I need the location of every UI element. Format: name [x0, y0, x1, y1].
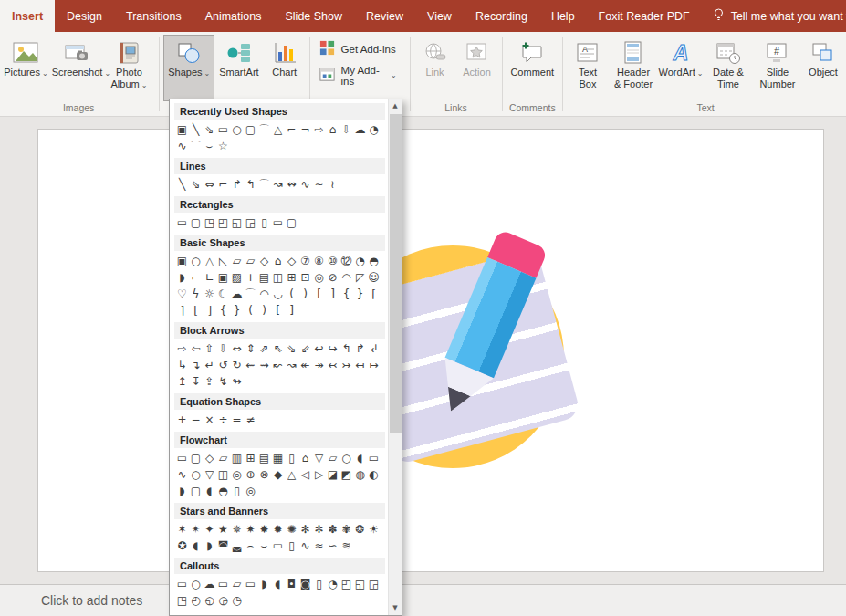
shape-icon[interactable]: ◩ — [339, 466, 353, 483]
shape-icon[interactable]: ⌉ — [175, 302, 189, 318]
shape-icon[interactable]: ⌊ — [189, 302, 203, 318]
shape-icon[interactable]: ↲ — [367, 340, 381, 357]
shape-icon[interactable]: ⌒ — [257, 121, 271, 138]
shape-icon[interactable]: ⇙ — [298, 340, 312, 357]
notes-pane[interactable]: Click to add notes — [0, 584, 846, 616]
shape-icon[interactable]: ◺ — [216, 253, 230, 269]
shape-icon[interactable]: ◱ — [353, 576, 367, 592]
tab-review[interactable]: Review — [354, 0, 415, 32]
shape-icon[interactable]: ✼ — [312, 521, 326, 538]
shape-icon[interactable]: ≋ — [339, 538, 353, 554]
shape-icon[interactable]: ✶ — [175, 521, 189, 538]
my-addins-button[interactable]: My Add-ins ⌄ — [316, 64, 404, 87]
shape-icon[interactable]: ◫ — [216, 466, 230, 483]
shape-icon[interactable]: ○ — [230, 121, 244, 138]
shape-icon[interactable]: ↳ — [175, 357, 189, 373]
tab-slide-show[interactable]: Slide Show — [273, 0, 354, 32]
shape-icon[interactable]: ∿ — [175, 138, 189, 154]
shape-icon[interactable]: ▨ — [230, 269, 244, 286]
shape-icon[interactable]: ↭ — [285, 176, 298, 193]
shape-icon[interactable]: [ — [312, 286, 326, 302]
shape-icon[interactable]: ◴ — [189, 592, 203, 609]
shape-icon[interactable]: ▢ — [189, 483, 203, 499]
shape-icon[interactable]: ↪ — [326, 340, 339, 357]
wordart-button[interactable]: A WordArt⌄ — [658, 35, 704, 101]
shape-icon[interactable]: ↬ — [230, 373, 244, 390]
scrollbar-thumb[interactable] — [390, 114, 402, 433]
shape-icon[interactable]: △ — [285, 466, 298, 483]
shape-icon[interactable]: ◱ — [230, 214, 244, 231]
shape-icon[interactable]: ⇗ — [257, 340, 271, 357]
shape-icon[interactable]: ↧ — [189, 373, 203, 390]
shape-icon[interactable]: ↺ — [216, 357, 230, 373]
shape-icon[interactable]: ∼ — [312, 176, 326, 193]
screenshot-button[interactable]: Screenshot⌄ — [50, 35, 103, 101]
shape-icon[interactable]: ↴ — [189, 357, 203, 373]
shape-icon[interactable]: ¬ — [298, 121, 312, 138]
shape-icon[interactable]: ◓ — [216, 483, 230, 499]
shape-icon[interactable]: ↰ — [339, 340, 353, 357]
shape-icon[interactable]: ⌂ — [326, 121, 339, 138]
shape-icon[interactable]: ↯ — [216, 373, 230, 390]
shape-icon[interactable]: × — [203, 412, 216, 428]
shape-icon[interactable]: ▭ — [216, 121, 230, 138]
shape-icon[interactable]: ⊕ — [244, 466, 257, 483]
shape-icon[interactable]: ◶ — [216, 592, 230, 609]
shape-icon[interactable]: ▣ — [175, 121, 189, 138]
shape-icon[interactable]: ⇖ — [271, 340, 285, 357]
shape-icon[interactable]: ☆ — [216, 138, 230, 154]
shape-icon[interactable]: ⊞ — [285, 269, 298, 286]
shape-icon[interactable]: ▱ — [326, 450, 339, 466]
shape-icon[interactable]: ↩ — [312, 340, 326, 357]
shape-icon[interactable]: ⇨ — [312, 121, 326, 138]
shape-icon[interactable]: ★ — [216, 521, 230, 538]
shape-icon[interactable]: ◎ — [230, 466, 244, 483]
shape-icon[interactable]: △ — [203, 253, 216, 269]
shape-icon[interactable]: ∟ — [203, 269, 216, 286]
shape-icon[interactable]: ◍ — [353, 466, 367, 483]
shape-icon[interactable]: ↝ — [271, 176, 285, 193]
shape-icon[interactable]: ↤ — [353, 357, 367, 373]
shape-icon[interactable]: ϟ — [189, 286, 203, 302]
shape-icon[interactable]: ☾ — [216, 286, 230, 302]
shape-icon[interactable]: ◔ — [353, 253, 367, 269]
shape-icon[interactable]: ◠ — [339, 269, 353, 286]
shape-icon[interactable]: ⑫ — [339, 253, 353, 269]
text-box-button[interactable]: A Text Box — [567, 35, 609, 101]
tab-view[interactable]: View — [415, 0, 464, 32]
shape-icon[interactable]: ◁ — [298, 466, 312, 483]
shape-icon[interactable]: ◳ — [175, 592, 189, 609]
shape-icon[interactable]: ✴ — [189, 521, 203, 538]
shape-icon[interactable]: ◐ — [367, 466, 381, 483]
dropdown-scrollbar[interactable]: ▲ ▼ — [388, 99, 402, 615]
shape-icon[interactable]: ✺ — [285, 521, 298, 538]
chart-button[interactable]: Chart — [264, 35, 306, 101]
shape-icon[interactable]: ⇪ — [203, 373, 216, 390]
shape-icon[interactable]: ⌂ — [298, 450, 312, 466]
shape-icon[interactable]: ◸ — [353, 269, 367, 286]
shape-icon[interactable]: ÷ — [216, 412, 230, 428]
shape-icon[interactable]: ▥ — [230, 450, 244, 466]
shape-icon[interactable]: ▯ — [312, 576, 326, 592]
shape-icon[interactable]: ≈ — [312, 538, 326, 554]
shape-icon[interactable]: ⊞ — [244, 450, 257, 466]
shape-icon[interactable]: ◖ — [189, 538, 203, 554]
shape-icon[interactable]: ▤ — [257, 450, 271, 466]
shape-icon[interactable]: ↞ — [298, 357, 312, 373]
shape-icon[interactable]: ⌋ — [203, 302, 216, 318]
shape-icon[interactable]: ⇨ — [175, 340, 189, 357]
shape-icon[interactable]: ⊗ — [257, 466, 271, 483]
shape-icon[interactable]: ✾ — [339, 521, 353, 538]
shape-icon[interactable]: ◠ — [257, 286, 271, 302]
scrollbar-track[interactable] — [389, 113, 402, 601]
shape-icon[interactable]: ⇜ — [244, 357, 257, 373]
shape-icon[interactable]: ⇩ — [339, 121, 353, 138]
shape-icon[interactable]: ▱ — [216, 450, 230, 466]
shape-icon[interactable]: ⇕ — [244, 340, 257, 357]
shape-icon[interactable]: △ — [271, 121, 285, 138]
shape-icon[interactable]: ⊡ — [298, 269, 312, 286]
shape-icon[interactable]: ◔ — [326, 576, 339, 592]
shape-icon[interactable]: ❂ — [353, 521, 367, 538]
shape-icon[interactable]: ) — [298, 286, 312, 302]
shape-icon[interactable]: ▱ — [230, 253, 244, 269]
